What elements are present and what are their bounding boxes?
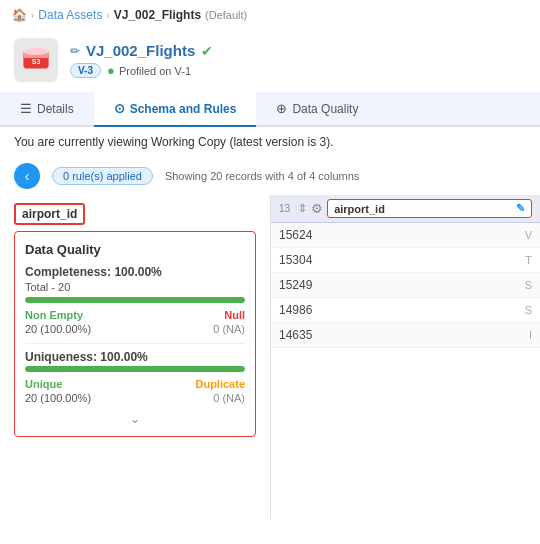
tab-schema-label: Schema and Rules — [130, 102, 237, 116]
uniqueness-progress — [25, 366, 245, 372]
col-field-box: airport_id ✎ — [327, 199, 532, 218]
col-edit-icon[interactable]: ✎ — [516, 202, 525, 215]
dq-card-title: Data Quality — [25, 242, 245, 257]
breadcrumb: 🏠 › Data Assets › VJ_002_Flights (Defaul… — [0, 0, 540, 30]
schema-tab-icon: ⊙ — [114, 101, 125, 116]
records-info: Showing 20 records with 4 of 4 columns — [165, 170, 359, 182]
row-extra: I — [529, 329, 532, 341]
breadcrumb-sep1: › — [31, 10, 34, 21]
row-extra: T — [525, 254, 532, 266]
info-bar-text: You are currently viewing Working Copy (… — [14, 135, 333, 149]
completeness-fill — [25, 297, 245, 303]
asset-check-icon: ✔ — [201, 43, 213, 59]
divider — [25, 343, 245, 344]
details-tab-icon: ☰ — [20, 101, 32, 116]
col-gear-icon[interactable]: ⚙ — [311, 201, 323, 216]
uniqueness-metric: Uniqueness: 100.00% — [25, 350, 245, 364]
uniqueness-fill — [25, 366, 245, 372]
asset-header: S3 ✏ VJ_002_Flights ✔ V-3 ● Profiled on … — [0, 30, 540, 92]
non-empty-label: Non Empty — [25, 309, 83, 321]
breadcrumb-current: VJ_002_Flights — [114, 8, 201, 22]
table-row: 14986 S — [271, 298, 540, 323]
completeness-metric: Completeness: 100.00% — [25, 265, 245, 279]
row-value: 15249 — [279, 278, 519, 292]
tab-details-label: Details — [37, 102, 74, 116]
home-icon[interactable]: 🏠 — [12, 8, 27, 22]
rules-count-badge: 0 rule(s) applied — [52, 167, 153, 185]
info-bar: You are currently viewing Working Copy (… — [0, 127, 540, 157]
asset-info: ✏ VJ_002_Flights ✔ V-3 ● Profiled on V-1 — [70, 42, 213, 78]
completeness-label: Completeness: — [25, 265, 111, 279]
unique-count-row: 20 (100.00%) 0 (NA) — [25, 392, 245, 404]
completeness-progress — [25, 297, 245, 303]
tab-schema[interactable]: ⊙ Schema and Rules — [94, 92, 257, 127]
breadcrumb-sub: (Default) — [205, 9, 247, 21]
non-empty-count-row: 20 (100.00%) 0 (NA) — [25, 323, 245, 335]
table-row: 15624 V — [271, 223, 540, 248]
back-button[interactable]: ‹ — [14, 163, 40, 189]
tab-quality-label: Data Quality — [292, 102, 358, 116]
breadcrumb-sep2: › — [106, 10, 109, 21]
completeness-value: 100.00% — [114, 265, 161, 279]
svg-text:S3: S3 — [32, 58, 41, 65]
main-content: airport_id Data Quality Completeness: 10… — [0, 195, 540, 519]
total-label: Total - 20 — [25, 281, 245, 293]
unique-dup-row: Unique Duplicate — [25, 378, 245, 390]
col-sort-icon[interactable]: ⇕ — [298, 202, 307, 215]
uniqueness-label: Uniqueness: — [25, 350, 97, 364]
svg-point-2 — [23, 48, 48, 55]
tabs-row: ☰ Details ⊙ Schema and Rules ⊕ Data Qual… — [0, 92, 540, 127]
row-extra: S — [525, 304, 532, 316]
table-row: 15249 S — [271, 273, 540, 298]
profiled-label: Profiled on V-1 — [119, 65, 191, 77]
non-empty-null-row: Non Empty Null — [25, 309, 245, 321]
quality-tab-icon: ⊕ — [276, 101, 287, 116]
asset-icon: S3 — [14, 38, 58, 82]
unique-count: 20 (100.00%) — [25, 392, 91, 404]
tab-quality[interactable]: ⊕ Data Quality — [256, 92, 378, 127]
null-label: Null — [224, 309, 245, 321]
non-empty-count: 20 (100.00%) — [25, 323, 91, 335]
row-extra: V — [525, 229, 532, 241]
rules-bar: ‹ 0 rule(s) applied Showing 20 records w… — [0, 157, 540, 195]
dq-card: Data Quality Completeness: 100.00% Total… — [14, 231, 256, 437]
expand-icon[interactable]: ⌄ — [25, 412, 245, 426]
asset-meta-row: V-3 ● Profiled on V-1 — [70, 63, 213, 78]
profiled-dot: ● — [107, 63, 115, 78]
null-count: 0 (NA) — [213, 323, 245, 335]
asset-title-row: ✏ VJ_002_Flights ✔ — [70, 42, 213, 59]
dup-count: 0 (NA) — [213, 392, 245, 404]
back-icon: ‹ — [25, 168, 30, 184]
row-value: 14635 — [279, 328, 523, 342]
duplicate-label: Duplicate — [195, 378, 245, 390]
row-value: 15304 — [279, 253, 519, 267]
col-num: 13 — [279, 203, 290, 214]
row-extra: S — [525, 279, 532, 291]
row-value: 14986 — [279, 303, 519, 317]
tab-details[interactable]: ☰ Details — [0, 92, 94, 127]
version-badge: V-3 — [70, 63, 101, 78]
asset-edit-icon[interactable]: ✏ — [70, 44, 80, 58]
col-field-label: airport_id — [334, 203, 385, 215]
unique-label: Unique — [25, 378, 62, 390]
left-panel: airport_id Data Quality Completeness: 10… — [0, 195, 270, 519]
s3-icon: S3 — [22, 46, 50, 74]
uniqueness-value: 100.00% — [100, 350, 147, 364]
field-label: airport_id — [14, 203, 85, 225]
profiled-text: ● Profiled on V-1 — [107, 63, 191, 78]
right-panel: 13 ⇕ ⚙ airport_id ✎ 15624 V 15304 T 1524… — [270, 195, 540, 519]
table-row: 14635 I — [271, 323, 540, 348]
table-header: 13 ⇕ ⚙ airport_id ✎ — [271, 195, 540, 223]
table-row: 15304 T — [271, 248, 540, 273]
breadcrumb-data-assets[interactable]: Data Assets — [38, 8, 102, 22]
row-value: 15624 — [279, 228, 519, 242]
asset-title: VJ_002_Flights — [86, 42, 195, 59]
